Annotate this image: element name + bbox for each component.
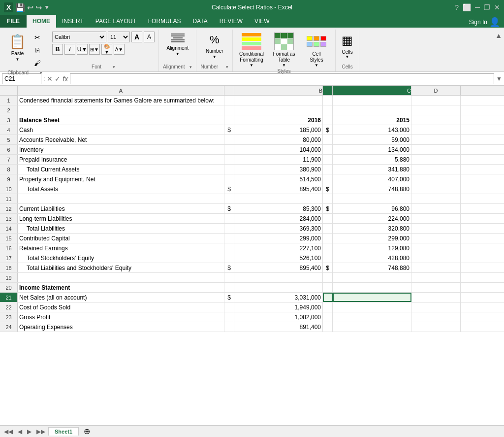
cell-b-23[interactable]: 1,082,000 (234, 312, 323, 322)
cell-cdollar-14[interactable] (323, 224, 333, 233)
row-header-7[interactable]: 7 (0, 155, 18, 164)
row-header-13[interactable]: 13 (0, 214, 18, 223)
cell-a-1[interactable]: Condensed financial statements for Games… (18, 96, 224, 105)
cell-d-4[interactable] (411, 125, 461, 134)
customize-icon[interactable]: ▼ (44, 4, 50, 11)
cell-a-7[interactable]: Prepaid Insurance (18, 155, 224, 164)
cell-bdollar-19[interactable] (224, 273, 234, 282)
cell-cdollar-18[interactable]: $ (323, 263, 333, 272)
row-header-22[interactable]: 22 (0, 303, 18, 312)
cell-cdollar-5[interactable] (323, 135, 333, 144)
row-header-12[interactable]: 12 (0, 204, 18, 213)
col-header-d[interactable]: D (411, 86, 461, 95)
cell-c-10[interactable]: 748,880 (333, 184, 411, 194)
row-header-8[interactable]: 8 (0, 165, 18, 174)
row-header-2[interactable]: 2 (0, 105, 18, 115)
cell-a-17[interactable]: Total Stockholders' Equity (18, 253, 224, 263)
row-header-19[interactable]: 19 (0, 273, 18, 282)
col-header-a[interactable]: A (18, 86, 224, 95)
cell-c-14[interactable]: 320,800 (333, 224, 411, 233)
cell-bdollar-15[interactable] (224, 234, 234, 243)
cell-bdollar-5[interactable] (224, 135, 234, 144)
cell-d-7[interactable] (411, 155, 461, 164)
cell-a-22[interactable]: Cost of Goods Sold (18, 303, 224, 312)
cell-bdollar-6[interactable] (224, 145, 234, 154)
row-header-23[interactable]: 23 (0, 312, 18, 322)
cell-cdollar-23[interactable] (323, 312, 333, 322)
conditional-formatting-button[interactable]: ConditionalFormatting ▼ (237, 32, 266, 67)
tab-file[interactable]: FILE (0, 15, 27, 28)
cell-b-4[interactable]: 185,000 (234, 125, 323, 134)
cell-b-7[interactable]: 11,900 (234, 155, 323, 164)
cell-d-3[interactable] (411, 115, 461, 125)
tab-view[interactable]: VIEW (249, 15, 276, 28)
sheet-nav-left[interactable]: ◀◀ (2, 428, 15, 435)
cell-c-22[interactable] (333, 303, 411, 312)
sheet-tab-sheet1[interactable]: Sheet1 (48, 427, 79, 436)
cell-c-4[interactable]: 143,000 (333, 125, 411, 134)
cell-a-18[interactable]: Total Liabilities and Stockholders' Equi… (18, 263, 224, 272)
cell-b-6[interactable]: 104,000 (234, 145, 323, 154)
cell-bdollar-8[interactable] (224, 165, 234, 174)
cell-b-11[interactable] (234, 194, 323, 203)
format-as-table-button[interactable]: Format asTable ▼ (269, 32, 299, 67)
cell-bdollar-9[interactable] (224, 174, 234, 184)
row-header-11[interactable]: 11 (0, 194, 18, 203)
decrease-font-button[interactable]: A (144, 32, 155, 42)
tab-page-layout[interactable]: PAGE LAYOUT (90, 15, 142, 28)
cell-c-15[interactable]: 299,000 (333, 234, 411, 243)
cell-bdollar-21[interactable]: $ (224, 293, 234, 302)
cell-a-4[interactable]: Cash (18, 125, 224, 134)
cell-d-15[interactable] (411, 234, 461, 243)
cell-bdollar-11[interactable] (224, 194, 234, 203)
cell-c-16[interactable]: 129,080 (333, 243, 411, 253)
cell-a-14[interactable]: Total Liabilities (18, 224, 224, 233)
cell-d-20[interactable] (411, 283, 461, 292)
cell-b-9[interactable]: 514,500 (234, 174, 323, 184)
border-button[interactable]: ⊞▼ (89, 44, 100, 55)
cell-b-20[interactable] (234, 283, 323, 292)
cell-bdollar-13[interactable] (224, 214, 234, 223)
cell-bdollar-17[interactable] (224, 253, 234, 263)
cell-cdollar-13[interactable] (323, 214, 333, 223)
font-size-select[interactable]: 11 (108, 32, 130, 42)
underline-button[interactable]: U▼ (77, 44, 88, 55)
sheet-nav-next[interactable]: ▶ (25, 428, 33, 435)
cell-c-9[interactable]: 407,000 (333, 174, 411, 184)
cell-a-13[interactable]: Long-term Liabilities (18, 214, 224, 223)
cell-d-12[interactable] (411, 204, 461, 213)
tab-review[interactable]: REVIEW (214, 15, 249, 28)
cell-bdollar-10[interactable]: $ (224, 184, 234, 194)
cell-a-23[interactable]: Gross Profit (18, 312, 224, 322)
sign-in[interactable]: Sign In 👤 (469, 17, 500, 28)
cell-b-24[interactable]: 891,400 (234, 322, 323, 332)
row-header-15[interactable]: 15 (0, 234, 18, 243)
cell-a-16[interactable]: Retained Earnings (18, 243, 224, 253)
cell-d-11[interactable] (411, 194, 461, 203)
cell-c-18[interactable]: 748,880 (333, 263, 411, 272)
cell-cdollar-24[interactable] (323, 322, 333, 332)
row-header-10[interactable]: 10 (0, 184, 18, 194)
row-header-14[interactable]: 14 (0, 224, 18, 233)
cell-b-19[interactable] (234, 273, 323, 282)
cell-a-11[interactable] (18, 194, 224, 203)
cell-b-16[interactable]: 227,100 (234, 243, 323, 253)
cell-cdollar-8[interactable] (323, 165, 333, 174)
col-header-b[interactable]: B (234, 86, 323, 95)
cell-c-7[interactable]: 5,880 (333, 155, 411, 164)
cut-button[interactable]: ✂ (31, 32, 44, 43)
row-header-20[interactable]: 20 (0, 283, 18, 292)
cell-b-8[interactable]: 380,900 (234, 165, 323, 174)
cell-c-19[interactable] (333, 273, 411, 282)
paste-button[interactable]: 📋 Paste ▼ (6, 32, 29, 64)
cell-cdollar-6[interactable] (323, 145, 333, 154)
cell-d-8[interactable] (411, 165, 461, 174)
cell-d-18[interactable] (411, 263, 461, 272)
cell-a-15[interactable]: Contributed Capital (18, 234, 224, 243)
cell-c-5[interactable]: 59,000 (333, 135, 411, 144)
cell-cdollar-19[interactable] (323, 273, 333, 282)
cell-cdollar-21[interactable] (323, 293, 333, 302)
cell-bdollar-4[interactable]: $ (224, 125, 234, 134)
cell-d-13[interactable] (411, 214, 461, 223)
cell-c-20[interactable] (333, 283, 411, 292)
